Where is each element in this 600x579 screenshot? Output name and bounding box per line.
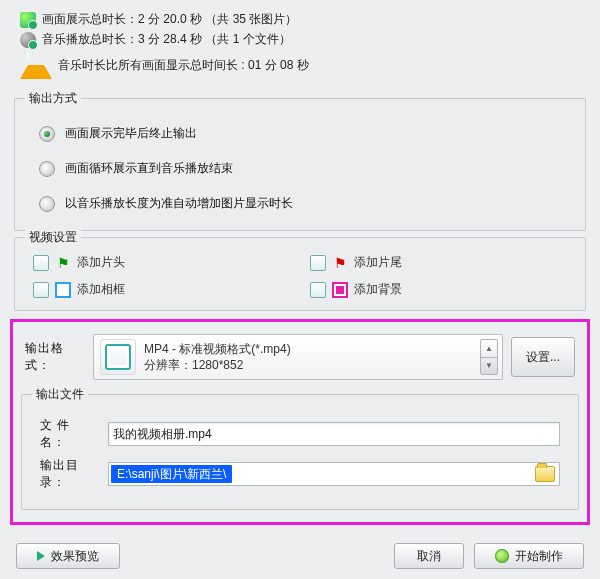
radio-label: 画面循环展示直到音乐播放结束 <box>65 160 233 177</box>
warning-icon <box>20 49 52 79</box>
radio-icon <box>39 196 55 212</box>
play-icon <box>37 551 45 561</box>
output-file-group: 输出文件 文 件 名： 输出目录： E:\sanji\图片\新西兰\ <box>21 394 579 510</box>
format-settings-button[interactable]: 设置... <box>511 337 575 377</box>
mp4-format-icon <box>100 339 136 375</box>
background-icon <box>332 282 348 298</box>
add-tail-option[interactable]: ⚑ 添加片尾 <box>310 254 567 271</box>
bottom-button-bar: 效果预览 取消 开始制作 <box>0 537 600 579</box>
output-mode-option-1[interactable]: 画面循环展示直到音乐播放结束 <box>39 160 567 177</box>
music-duration-line: 音乐播放总时长：3 分 28.4 秒 （共 1 个文件） <box>20 31 580 48</box>
output-format-row: 输出格式： MP4 - 标准视频格式(*.mp4) 分辨率：1280*852 ▲… <box>25 334 575 380</box>
radio-label: 画面展示完毕后终止输出 <box>65 125 197 142</box>
duration-warning-text: 音乐时长比所有画面显示总时间长 : 01 分 08 秒 <box>58 57 309 74</box>
output-mode-option-2[interactable]: 以音乐播放长度为准自动增加图片显示时长 <box>39 195 567 212</box>
add-frame-option[interactable]: 添加相框 <box>33 281 290 298</box>
chevron-down-icon: ▼ <box>481 358 497 375</box>
checkbox-icon <box>310 282 326 298</box>
checkbox-icon <box>310 255 326 271</box>
filename-label: 文 件 名： <box>40 417 100 451</box>
flag-red-icon: ⚑ <box>332 255 348 271</box>
highlighted-section: 输出格式： MP4 - 标准视频格式(*.mp4) 分辨率：1280*852 ▲… <box>10 319 590 525</box>
cancel-button-label: 取消 <box>417 548 441 565</box>
radio-label: 以音乐播放长度为准自动增加图片显示时长 <box>65 195 293 212</box>
music-icon <box>20 32 36 48</box>
format-line1: MP4 - 标准视频格式(*.mp4) <box>144 341 291 357</box>
add-head-option[interactable]: ⚑ 添加片头 <box>33 254 290 271</box>
music-duration-text: 音乐播放总时长：3 分 28.4 秒 （共 1 个文件） <box>42 31 291 48</box>
preview-button-label: 效果预览 <box>51 548 99 565</box>
display-duration-text: 画面展示总时长：2 分 20.0 秒 （共 35 张图片） <box>42 11 297 28</box>
image-stack-icon <box>20 12 36 28</box>
add-bg-option[interactable]: 添加背景 <box>310 281 567 298</box>
video-settings-group: 视频设置 ⚑ 添加片头 ⚑ 添加片尾 添加相框 添加背景 <box>14 237 586 311</box>
output-format-label: 输出格式： <box>25 340 85 374</box>
preview-button[interactable]: 效果预览 <box>16 543 120 569</box>
flag-green-icon: ⚑ <box>55 255 71 271</box>
radio-icon <box>39 161 55 177</box>
checkbox-icon <box>33 282 49 298</box>
summary-info: 画面展示总时长：2 分 20.0 秒 （共 35 张图片） 音乐播放总时长：3 … <box>0 0 600 92</box>
gear-icon <box>495 549 509 563</box>
output-mode-option-0[interactable]: 画面展示完毕后终止输出 <box>39 125 567 142</box>
add-tail-label: 添加片尾 <box>354 254 402 271</box>
display-duration-line: 画面展示总时长：2 分 20.0 秒 （共 35 张图片） <box>20 11 580 28</box>
filename-input[interactable] <box>108 422 560 446</box>
radio-icon <box>39 126 55 142</box>
frame-icon <box>55 282 71 298</box>
output-format-text: MP4 - 标准视频格式(*.mp4) 分辨率：1280*852 <box>144 341 291 373</box>
add-bg-label: 添加背景 <box>354 281 402 298</box>
start-button[interactable]: 开始制作 <box>474 543 584 569</box>
output-dir-input[interactable]: E:\sanji\图片\新西兰\ <box>108 462 560 486</box>
add-frame-label: 添加相框 <box>77 281 125 298</box>
add-head-label: 添加片头 <box>77 254 125 271</box>
output-format-selector[interactable]: MP4 - 标准视频格式(*.mp4) 分辨率：1280*852 ▲ ▼ <box>93 334 503 380</box>
output-mode-group: 输出方式 画面展示完毕后终止输出 画面循环展示直到音乐播放结束 以音乐播放长度为… <box>14 98 586 231</box>
chevron-up-icon: ▲ <box>481 340 497 358</box>
format-line2: 分辨率：1280*852 <box>144 357 291 373</box>
output-dir-row: 输出目录： E:\sanji\图片\新西兰\ <box>40 457 560 491</box>
video-settings-legend: 视频设置 <box>25 229 81 246</box>
start-button-label: 开始制作 <box>515 548 563 565</box>
output-mode-legend: 输出方式 <box>25 90 81 107</box>
settings-button-label: 设置... <box>526 349 560 366</box>
duration-warning-line: 音乐时长比所有画面显示总时间长 : 01 分 08 秒 <box>20 51 580 79</box>
output-dir-label: 输出目录： <box>40 457 100 491</box>
checkbox-icon <box>33 255 49 271</box>
cancel-button[interactable]: 取消 <box>394 543 464 569</box>
browse-folder-icon[interactable] <box>535 466 555 482</box>
filename-row: 文 件 名： <box>40 417 560 451</box>
output-file-legend: 输出文件 <box>32 386 88 403</box>
format-spinner[interactable]: ▲ ▼ <box>480 339 498 375</box>
output-dir-value: E:\sanji\图片\新西兰\ <box>111 465 232 483</box>
